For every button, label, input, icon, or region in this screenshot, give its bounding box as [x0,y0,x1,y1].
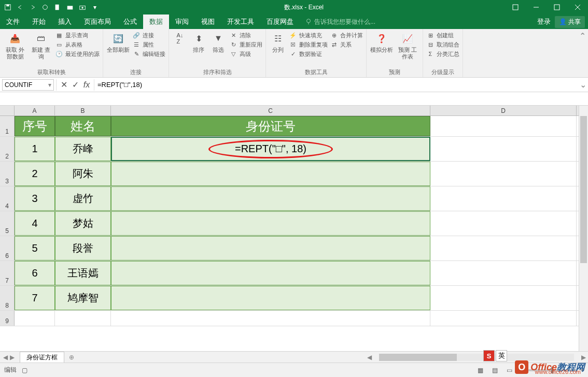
close-icon[interactable] [567,0,588,15]
sheet-tab[interactable]: 身份证方框 [20,352,64,363]
cell[interactable]: 4 [15,211,55,236]
cell[interactable] [430,186,577,211]
cell-b2[interactable]: 乔峰 [55,137,111,161]
row-header[interactable]: 5 [0,211,15,236]
macro-record-icon[interactable]: ▢ [22,367,27,374]
col-header-d[interactable]: D [430,106,577,115]
cell-d1[interactable] [430,116,577,136]
text-to-columns-button[interactable]: ☷分列 [269,31,287,53]
remove-duplicates-button[interactable]: ☒删除重复项 [289,40,328,49]
tab-insert[interactable]: 插入 [52,15,78,29]
tab-baidu[interactable]: 百度网盘 [260,15,300,29]
row-header[interactable]: 8 [0,286,15,310]
expand-formula-bar-icon[interactable]: ⌄ [578,80,588,90]
cell-c1[interactable]: 身份证号 [111,116,430,136]
data-validation-button[interactable]: ✓数据验证 [289,50,328,58]
new-icon[interactable] [52,2,63,13]
properties-button[interactable]: ☰属性 [132,40,165,49]
save-icon[interactable] [2,2,13,13]
tab-formulas[interactable]: 公式 [117,15,143,29]
hscroll-left-icon[interactable]: ◀ [365,354,374,361]
ime-sogou-icon[interactable]: S [483,350,495,361]
what-if-button[interactable]: ❓模拟分析 [370,31,394,53]
row-header[interactable]: 2 [0,137,15,161]
tab-review[interactable]: 审阅 [169,15,195,29]
row-header[interactable]: 6 [0,236,15,260]
tell-me-search[interactable]: 告诉我您想要做什么... [300,15,381,29]
cell[interactable] [430,211,577,236]
add-sheet-icon[interactable]: ⊕ [66,354,77,361]
ime-lang[interactable]: 英 [496,350,507,361]
login-link[interactable]: 登录 [537,17,551,26]
sort-az-button[interactable]: A↓Z [172,31,188,46]
tab-view[interactable]: 视图 [195,15,221,29]
cell[interactable]: 6 [15,261,55,285]
cell[interactable] [55,311,111,326]
redo-icon[interactable] [27,2,38,13]
col-header-c[interactable]: C [111,106,430,115]
cell[interactable]: 王语嫣 [55,261,111,285]
ungroup-button[interactable]: ⊟取消组合 [426,40,459,49]
flash-fill-button[interactable]: ⚡快速填充 [289,31,328,39]
relationships-button[interactable]: ⇄关系 [330,40,363,49]
col-header-a[interactable]: A [15,106,55,115]
cell[interactable]: 阿朱 [55,162,111,186]
col-header-b[interactable]: B [55,106,111,115]
advanced-filter-button[interactable]: ▽高级 [229,50,262,58]
row-header[interactable]: 4 [0,186,15,211]
cell[interactable] [15,311,55,326]
refresh-all-button[interactable]: 🔄全部刷新 [106,31,130,53]
row-header[interactable]: 3 [0,162,15,186]
row-header[interactable]: 7 [0,261,15,285]
group-button[interactable]: ⊞创建组 [426,31,459,39]
horizontal-scrollbar[interactable] [379,354,574,361]
reapply-button[interactable]: ↻重新应用 [229,40,262,49]
cell[interactable] [111,211,430,236]
cancel-formula-icon[interactable]: ✕ [59,80,69,90]
formula-input[interactable]: =REPT("□",18) [94,79,578,91]
cell[interactable]: 鸠摩智 [55,286,111,310]
undo-icon[interactable] [15,2,26,13]
cell[interactable] [430,286,577,310]
select-all-corner[interactable] [0,106,15,115]
cell[interactable] [430,311,577,326]
clear-filter-button[interactable]: ✕清除 [229,31,262,39]
row-header[interactable]: 9 [0,311,15,326]
page-layout-view-icon[interactable]: ▤ [489,366,501,375]
fx-icon[interactable]: fx [81,80,92,90]
cell[interactable] [111,186,430,211]
new-query-button[interactable]: 🗃新建 查询 [29,31,53,60]
cell[interactable]: 2 [15,162,55,186]
cell[interactable] [430,261,577,285]
cell[interactable] [111,261,430,285]
cell-a2[interactable]: 1 [15,137,55,161]
enter-formula-icon[interactable]: ✓ [70,80,80,90]
row-header[interactable]: 1 [0,116,15,136]
cell-c2-active[interactable]: =REPT("□", 18) [111,137,430,161]
tab-home[interactable]: 开始 [26,15,52,29]
cell-a1[interactable]: 序号 [15,116,55,136]
maximize-icon[interactable] [547,0,567,15]
normal-view-icon[interactable]: ▦ [475,366,486,375]
consolidate-button[interactable]: ⊕合并计算 [330,31,363,39]
collapse-ribbon-icon[interactable]: ⌃ [577,29,588,77]
cell-d2[interactable] [430,137,577,161]
share-button[interactable]: 👤 共享 [555,16,585,28]
cell[interactable]: 段誉 [55,236,111,260]
filter-button[interactable]: ▼筛选 [209,31,227,53]
cell[interactable] [111,311,430,326]
hscroll-right-icon[interactable]: ▶ [579,354,588,361]
cell[interactable] [111,286,430,310]
cell[interactable]: 7 [15,286,55,310]
cell[interactable]: 虚竹 [55,186,111,211]
tab-data[interactable]: 数据 [143,15,169,29]
show-queries-button[interactable]: ▦显示查询 [55,31,100,39]
sheet-nav-prev-icon[interactable]: ◀ [3,354,8,361]
worksheet-grid[interactable]: A B C D 1 序号 姓名 身份证号 2 1 乔峰 =REPT("□", 1… [0,106,588,363]
cell[interactable] [430,162,577,186]
cell-b1[interactable]: 姓名 [55,116,111,136]
subtotal-button[interactable]: Σ分类汇总 [426,50,459,58]
cell[interactable] [111,162,430,186]
chevron-down-icon[interactable]: ▾ [48,81,51,89]
cell[interactable]: 3 [15,186,55,211]
